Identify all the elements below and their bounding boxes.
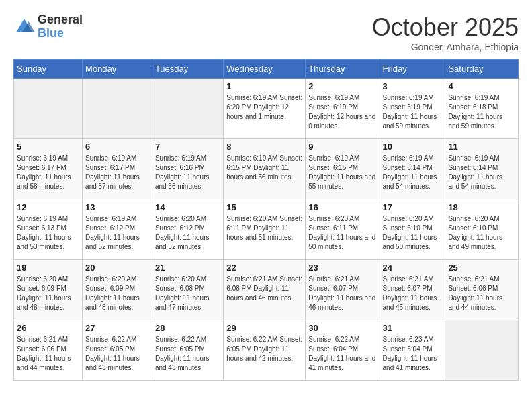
day-number: 24: [383, 263, 443, 273]
day-info: Sunrise: 6:19 AM Sunset: 6:20 PM Dayligh…: [226, 93, 302, 122]
day-number: 4: [448, 81, 515, 91]
day-info: Sunrise: 6:19 AM Sunset: 6:17 PM Dayligh…: [17, 154, 79, 191]
day-info: Sunrise: 6:19 AM Sunset: 6:12 PM Dayligh…: [85, 214, 149, 252]
day-info: Sunrise: 6:20 AM Sunset: 6:08 PM Dayligh…: [155, 275, 220, 312]
day-number: 21: [155, 263, 220, 273]
day-cell: 7Sunrise: 6:19 AM Sunset: 6:16 PM Daylig…: [152, 139, 223, 199]
day-info: Sunrise: 6:19 AM Sunset: 6:18 PM Dayligh…: [448, 93, 515, 131]
day-number: 13: [85, 202, 149, 212]
logo: General Blue: [13, 13, 83, 40]
day-cell: [445, 320, 519, 381]
day-info: Sunrise: 6:20 AM Sunset: 6:10 PM Dayligh…: [448, 214, 515, 252]
day-number: 12: [17, 202, 79, 212]
day-number: 27: [85, 323, 149, 333]
day-number: 26: [17, 323, 79, 333]
day-cell: 4Sunrise: 6:19 AM Sunset: 6:18 PM Daylig…: [445, 79, 519, 139]
day-info: Sunrise: 6:20 AM Sunset: 6:10 PM Dayligh…: [383, 214, 443, 252]
calendar-table: SundayMondayTuesdayWednesdayThursdayFrid…: [13, 59, 519, 381]
day-number: 23: [308, 263, 376, 273]
header-cell-wednesday: Wednesday: [224, 60, 306, 79]
day-cell: 20Sunrise: 6:20 AM Sunset: 6:09 PM Dayli…: [83, 260, 152, 320]
day-number: 25: [448, 263, 515, 273]
day-cell: 18Sunrise: 6:20 AM Sunset: 6:10 PM Dayli…: [445, 199, 519, 260]
title-block: October 2025 Gonder, Amhara, Ethiopia: [372, 13, 519, 52]
calendar-body: 1Sunrise: 6:19 AM Sunset: 6:20 PM Daylig…: [14, 79, 519, 381]
day-info: Sunrise: 6:20 AM Sunset: 6:09 PM Dayligh…: [85, 275, 149, 312]
day-info: Sunrise: 6:19 AM Sunset: 6:19 PM Dayligh…: [383, 93, 443, 131]
day-number: 9: [308, 142, 376, 152]
day-cell: [83, 79, 152, 139]
day-number: 11: [448, 142, 515, 152]
day-cell: 9Sunrise: 6:19 AM Sunset: 6:15 PM Daylig…: [306, 139, 380, 199]
day-cell: 17Sunrise: 6:20 AM Sunset: 6:10 PM Dayli…: [380, 199, 445, 260]
day-cell: 2Sunrise: 6:19 AM Sunset: 6:19 PM Daylig…: [306, 79, 380, 139]
day-number: 8: [226, 142, 302, 152]
day-info: Sunrise: 6:19 AM Sunset: 6:13 PM Dayligh…: [17, 214, 79, 252]
day-cell: 24Sunrise: 6:21 AM Sunset: 6:07 PM Dayli…: [380, 260, 445, 320]
day-cell: 28Sunrise: 6:22 AM Sunset: 6:05 PM Dayli…: [152, 320, 223, 381]
day-number: 31: [383, 323, 443, 333]
day-info: Sunrise: 6:21 AM Sunset: 6:06 PM Dayligh…: [448, 275, 515, 312]
day-cell: 10Sunrise: 6:19 AM Sunset: 6:14 PM Dayli…: [380, 139, 445, 199]
day-number: 3: [383, 81, 443, 91]
day-cell: 13Sunrise: 6:19 AM Sunset: 6:12 PM Dayli…: [83, 199, 152, 260]
day-number: 2: [308, 81, 376, 91]
day-cell: 3Sunrise: 6:19 AM Sunset: 6:19 PM Daylig…: [380, 79, 445, 139]
day-cell: 11Sunrise: 6:19 AM Sunset: 6:14 PM Dayli…: [445, 139, 519, 199]
day-info: Sunrise: 6:19 AM Sunset: 6:14 PM Dayligh…: [383, 154, 443, 191]
day-number: 1: [226, 81, 302, 91]
calendar-header: SundayMondayTuesdayWednesdayThursdayFrid…: [14, 60, 519, 79]
week-row-1: 5Sunrise: 6:19 AM Sunset: 6:17 PM Daylig…: [14, 139, 519, 199]
header-row: SundayMondayTuesdayWednesdayThursdayFrid…: [14, 60, 519, 79]
day-info: Sunrise: 6:23 AM Sunset: 6:04 PM Dayligh…: [383, 335, 443, 373]
day-cell: 21Sunrise: 6:20 AM Sunset: 6:08 PM Dayli…: [152, 260, 223, 320]
day-info: Sunrise: 6:22 AM Sunset: 6:05 PM Dayligh…: [155, 335, 220, 373]
day-cell: 26Sunrise: 6:21 AM Sunset: 6:06 PM Dayli…: [14, 320, 83, 381]
day-cell: 31Sunrise: 6:23 AM Sunset: 6:04 PM Dayli…: [380, 320, 445, 381]
page-header: General Blue October 2025 Gonder, Amhara…: [13, 13, 519, 52]
day-info: Sunrise: 6:20 AM Sunset: 6:09 PM Dayligh…: [17, 275, 79, 312]
week-row-0: 1Sunrise: 6:19 AM Sunset: 6:20 PM Daylig…: [14, 79, 519, 139]
day-cell: 30Sunrise: 6:22 AM Sunset: 6:04 PM Dayli…: [306, 320, 380, 381]
day-cell: 14Sunrise: 6:20 AM Sunset: 6:12 PM Dayli…: [152, 199, 223, 260]
day-number: 17: [383, 202, 443, 212]
day-info: Sunrise: 6:20 AM Sunset: 6:12 PM Dayligh…: [155, 214, 220, 252]
day-number: 6: [85, 142, 149, 152]
day-info: Sunrise: 6:19 AM Sunset: 6:15 PM Dayligh…: [308, 154, 376, 191]
day-number: 29: [226, 323, 302, 333]
day-number: 14: [155, 202, 220, 212]
day-info: Sunrise: 6:19 AM Sunset: 6:15 PM Dayligh…: [226, 154, 302, 182]
day-cell: 19Sunrise: 6:20 AM Sunset: 6:09 PM Dayli…: [14, 260, 83, 320]
day-cell: 27Sunrise: 6:22 AM Sunset: 6:05 PM Dayli…: [83, 320, 152, 381]
day-number: 5: [17, 142, 79, 152]
day-cell: 29Sunrise: 6:22 AM Sunset: 6:05 PM Dayli…: [224, 320, 306, 381]
day-info: Sunrise: 6:19 AM Sunset: 6:16 PM Dayligh…: [155, 154, 220, 191]
day-cell: 12Sunrise: 6:19 AM Sunset: 6:13 PM Dayli…: [14, 199, 83, 260]
day-cell: 25Sunrise: 6:21 AM Sunset: 6:06 PM Dayli…: [445, 260, 519, 320]
day-info: Sunrise: 6:20 AM Sunset: 6:11 PM Dayligh…: [226, 214, 302, 242]
day-info: Sunrise: 6:21 AM Sunset: 6:07 PM Dayligh…: [308, 275, 376, 312]
day-info: Sunrise: 6:19 AM Sunset: 6:19 PM Dayligh…: [308, 93, 376, 131]
week-row-4: 26Sunrise: 6:21 AM Sunset: 6:06 PM Dayli…: [14, 320, 519, 381]
day-number: 30: [308, 323, 376, 333]
day-info: Sunrise: 6:22 AM Sunset: 6:04 PM Dayligh…: [308, 335, 376, 373]
day-number: 16: [308, 202, 376, 212]
day-cell: 8Sunrise: 6:19 AM Sunset: 6:15 PM Daylig…: [224, 139, 306, 199]
week-row-2: 12Sunrise: 6:19 AM Sunset: 6:13 PM Dayli…: [14, 199, 519, 260]
day-number: 22: [226, 263, 302, 273]
day-number: 10: [383, 142, 443, 152]
day-number: 28: [155, 323, 220, 333]
day-cell: 16Sunrise: 6:20 AM Sunset: 6:11 PM Dayli…: [306, 199, 380, 260]
header-cell-saturday: Saturday: [445, 60, 519, 79]
day-info: Sunrise: 6:19 AM Sunset: 6:14 PM Dayligh…: [448, 154, 515, 191]
week-row-3: 19Sunrise: 6:20 AM Sunset: 6:09 PM Dayli…: [14, 260, 519, 320]
header-cell-friday: Friday: [380, 60, 445, 79]
day-cell: 5Sunrise: 6:19 AM Sunset: 6:17 PM Daylig…: [14, 139, 83, 199]
day-info: Sunrise: 6:21 AM Sunset: 6:08 PM Dayligh…: [226, 275, 302, 303]
day-cell: 23Sunrise: 6:21 AM Sunset: 6:07 PM Dayli…: [306, 260, 380, 320]
day-info: Sunrise: 6:21 AM Sunset: 6:06 PM Dayligh…: [17, 335, 79, 373]
logo-icon: [13, 16, 35, 38]
logo-text: General Blue: [38, 13, 83, 40]
day-number: 20: [85, 263, 149, 273]
day-number: 7: [155, 142, 220, 152]
